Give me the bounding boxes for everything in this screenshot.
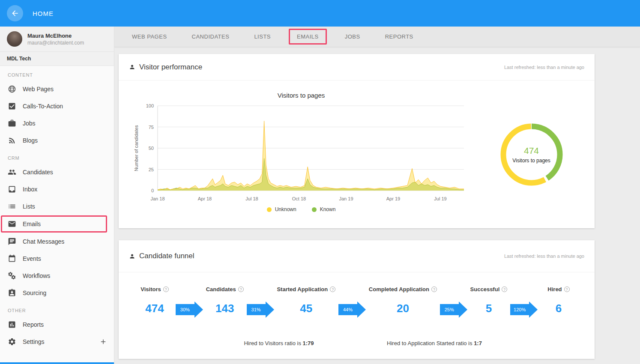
- sidebar-item-label: Blogs: [23, 137, 38, 144]
- donut-label: Visitors to pages: [512, 158, 550, 164]
- funnel-stage-label: Visitors ?: [141, 286, 168, 292]
- avatar: [7, 31, 22, 47]
- sidebar-item-workflows[interactable]: Workflows: [0, 267, 114, 284]
- funnel-stage-label: Started Application ?: [277, 286, 335, 292]
- ratio-value: 1:79: [303, 340, 314, 346]
- donut-column: 474 Visitors to pages: [473, 81, 590, 228]
- section-label-content: CONTENT: [0, 66, 114, 81]
- envelope-icon: [8, 220, 16, 228]
- check-icon: [8, 102, 16, 110]
- people-icon: [8, 168, 16, 176]
- section-label-crm: CRM: [0, 149, 114, 164]
- funnel-conversion-arrow: 25%: [440, 301, 467, 318]
- user-name: Maura McElhone: [27, 33, 84, 39]
- section-label-other: OTHER: [0, 301, 114, 316]
- sidebar-item-emails[interactable]: Emails: [1, 215, 107, 233]
- svg-text:0: 0: [151, 188, 154, 193]
- funnel-stage-successful: Successful ?5: [470, 286, 508, 315]
- svg-text:Jul 18: Jul 18: [245, 196, 258, 201]
- funnel-stage-value: 474: [145, 302, 164, 315]
- back-button[interactable]: [7, 5, 23, 21]
- ratio-value: 1:7: [474, 340, 482, 346]
- sidebar-item-candidates[interactable]: Candidates: [0, 164, 114, 181]
- chart-title: Visitors to pages: [278, 92, 325, 99]
- conversion-percentage: 25%: [440, 304, 459, 315]
- card-title: Candidate funnel: [139, 252, 194, 260]
- arrow-left-icon: [11, 9, 19, 18]
- info-icon[interactable]: ?: [238, 286, 244, 292]
- donut-center: 474 Visitors to pages: [495, 118, 568, 191]
- legend-dot: [267, 207, 272, 212]
- sidebar-item-chat-messages[interactable]: Chat Messages: [0, 233, 114, 250]
- svg-text:Oct 18: Oct 18: [292, 196, 306, 201]
- sidebar-item-events[interactable]: Events: [0, 250, 114, 267]
- arrow-head: [459, 301, 467, 318]
- sidebar-item-label: Emails: [23, 221, 41, 227]
- tab-jobs[interactable]: JOBS: [345, 29, 360, 44]
- card-header: Visitor performance Last refreshed: less…: [119, 54, 595, 81]
- sidebar: Maura McElhone maura@clinchtalent.com MD…: [0, 27, 114, 364]
- globe-icon: [8, 85, 16, 93]
- funnel-stage-label: Completed Application ?: [369, 286, 437, 292]
- funnel-stage-value: 5: [486, 302, 492, 315]
- sidebar-item-label: Events: [23, 255, 41, 262]
- info-icon[interactable]: ?: [502, 286, 507, 292]
- briefcase-icon: [8, 119, 16, 128]
- funnel-stage-completed-application: Completed Application ?20: [369, 286, 437, 315]
- sidebar-item-label: Calls-To-Action: [23, 103, 63, 110]
- rss-icon: [8, 136, 16, 145]
- sidebar-item-settings[interactable]: Settings: [0, 333, 114, 350]
- conversion-percentage: 30%: [176, 304, 194, 315]
- ratio-hired-to-application-started: Hired to Application Started ratio is 1:…: [387, 340, 482, 346]
- funnel-stage-label: Hired ?: [547, 286, 569, 292]
- main-content: WEB PAGESCANDIDATESLISTSEMAILSJOBSREPORT…: [114, 27, 640, 364]
- sidebar-item-calls-to-action[interactable]: Calls-To-Action: [0, 98, 114, 115]
- tab-reports[interactable]: REPORTS: [385, 29, 413, 44]
- tab-lists[interactable]: LISTS: [254, 29, 271, 44]
- sidebar-item-reports[interactable]: Reports: [0, 316, 114, 333]
- sidebar-item-lists[interactable]: Lists: [0, 198, 114, 215]
- arrow-head: [194, 301, 203, 318]
- sidebar-item-sourcing[interactable]: Sourcing: [0, 284, 114, 301]
- list-icon: [8, 202, 16, 211]
- sidebar-item-web-pages[interactable]: Web Pages: [0, 81, 114, 98]
- funnel-stage-value: 45: [300, 302, 312, 315]
- user-profile[interactable]: Maura McElhone maura@clinchtalent.com: [0, 27, 114, 52]
- tab-emails[interactable]: EMAILS: [289, 29, 327, 45]
- funnel-stage-label: Candidates ?: [206, 286, 244, 292]
- company-name: MDL Tech: [0, 52, 114, 66]
- info-icon[interactable]: ?: [564, 286, 570, 292]
- svg-text:Jan 19: Jan 19: [339, 196, 353, 201]
- ratio-text: Hired to Visitors ratio is: [244, 340, 302, 346]
- funnel-stage-label: Successful ?: [470, 286, 508, 292]
- person-icon: [129, 64, 135, 70]
- sidebar-item-label: Sourcing: [23, 289, 46, 296]
- sidebar-item-label: Inbox: [23, 186, 37, 193]
- sidebar-item-blogs[interactable]: Blogs: [0, 132, 114, 149]
- visitors-line-chart: 0255075100Jan 18Apr 18Jul 18Oct 18Jan 19…: [132, 101, 470, 206]
- conversion-percentage: 120%: [510, 304, 529, 315]
- plus-icon[interactable]: [99, 338, 107, 346]
- sidebar-bottom-accent: [0, 362, 114, 364]
- tab-web-pages[interactable]: WEB PAGES: [132, 29, 167, 44]
- legend-item-known: Known: [312, 206, 336, 212]
- arrow-head: [357, 301, 366, 318]
- sidebar-item-jobs[interactable]: Jobs: [0, 115, 114, 132]
- sidebar-item-label: Candidates: [23, 169, 53, 176]
- sidebar-item-label: Lists: [23, 203, 35, 210]
- info-icon[interactable]: ?: [163, 286, 169, 292]
- tab-candidates[interactable]: CANDIDATES: [192, 29, 230, 44]
- funnel-stage-value: 20: [397, 302, 409, 315]
- card-header: Candidate funnel Last refreshed: less th…: [119, 240, 595, 272]
- sidebar-nav: CONTENTWeb PagesCalls-To-ActionJobsBlogs…: [0, 66, 114, 350]
- sidebar-item-label: Settings: [23, 338, 45, 345]
- info-icon[interactable]: ?: [431, 286, 437, 292]
- funnel-stage-value: 6: [556, 302, 562, 315]
- conversion-percentage: 44%: [338, 304, 357, 315]
- arrow-head: [529, 301, 538, 318]
- calendar-icon: [8, 254, 16, 263]
- info-icon[interactable]: ?: [330, 286, 335, 292]
- sidebar-item-inbox[interactable]: Inbox: [0, 181, 114, 198]
- person-icon: [129, 253, 135, 260]
- last-refreshed: Last refreshed: less than a minute ago: [504, 254, 584, 259]
